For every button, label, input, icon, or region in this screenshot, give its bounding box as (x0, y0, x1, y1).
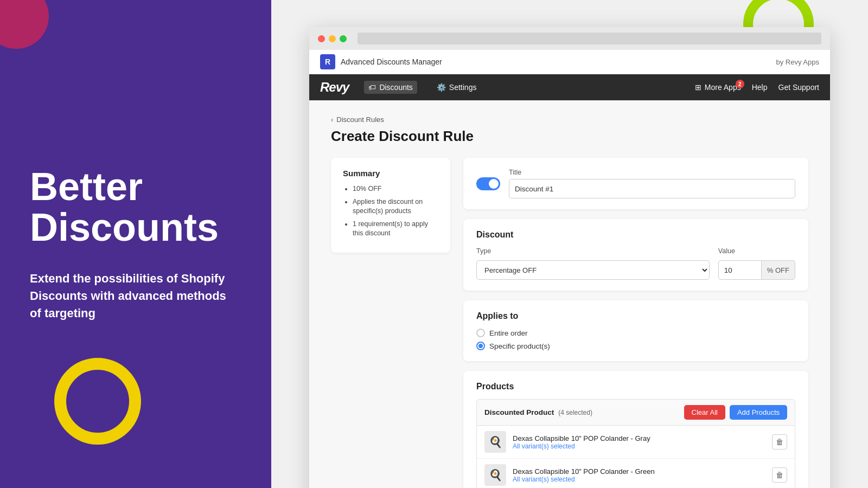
nav-item-discounts[interactable]: 🏷 Discounts (364, 81, 417, 94)
nav-bar-right: ⊞ More Apps 2 Help Get Support (695, 83, 819, 92)
by-revy-text: by Revy Apps (776, 58, 820, 66)
decorative-circle-yellow (54, 358, 141, 445)
nav-bar-left: Revy 🏷 Discounts ⚙️ Settings (320, 80, 481, 95)
toggle-knob (489, 179, 499, 189)
discount-card: Discount Type Percentage OFF Value (463, 219, 808, 291)
applies-to-title: Applies to (476, 311, 795, 321)
type-label: Type (476, 247, 710, 255)
hero-title: Better Discounts (30, 166, 241, 248)
more-apps-badge: 2 (736, 80, 744, 88)
value-label: Value (718, 247, 795, 255)
products-actions: Clear All Add Products (684, 405, 787, 420)
type-field: Type Percentage OFF (476, 247, 710, 280)
left-panel: Better Discounts Extend the possibilitie… (0, 0, 271, 488)
gear-icon: ⚙️ (437, 83, 446, 92)
type-select[interactable]: Percentage OFF (476, 260, 710, 280)
summary-title: Summary (343, 169, 438, 178)
radio-circle-entire (476, 329, 485, 337)
product-delete-1[interactable]: 🗑 (772, 434, 787, 450)
discount-section-title: Discount (476, 230, 795, 240)
breadcrumb: ‹ Discount Rules (331, 115, 808, 124)
title-label: Title (509, 169, 795, 176)
title-card: Title (463, 158, 808, 209)
discount-fields-row: Type Percentage OFF Value % OFF (476, 247, 795, 280)
help-link[interactable]: Help (752, 83, 768, 92)
discounts-label: Discounts (379, 83, 412, 92)
summary-item-2: Applies the discount on specific(s) prod… (353, 197, 438, 216)
decorative-circle-pink (0, 0, 49, 49)
browser-chrome (309, 27, 830, 50)
nav-item-settings[interactable]: ⚙️ Settings (432, 81, 481, 94)
more-apps-button[interactable]: ⊞ More Apps 2 (695, 83, 741, 92)
settings-label: Settings (449, 83, 477, 92)
breadcrumb-link[interactable]: Discount Rules (336, 115, 384, 124)
title-row: Title (476, 169, 795, 198)
value-row: % OFF (718, 260, 795, 280)
value-field: Value % OFF (718, 247, 795, 280)
grid-icon: ⊞ (695, 83, 701, 92)
product-thumb-1: 🍳 (484, 431, 506, 453)
two-column-layout: Summary 10% OFF Applies the discount on … (331, 158, 808, 488)
tag-icon: 🏷 (368, 83, 376, 92)
dot-green-chrome[interactable] (340, 35, 347, 42)
address-bar[interactable] (358, 33, 821, 44)
enabled-toggle[interactable] (476, 177, 500, 190)
form-area: Title Discount Type Percentage (463, 158, 808, 488)
app-top-bar: R Advanced Discounts Manager by Revy App… (309, 50, 830, 74)
product-row: 🍳 Dexas Collapsible 10" POP Colander - G… (477, 459, 795, 488)
page-title: Create Discount Rule (331, 128, 808, 145)
product-list: 🍳 Dexas Collapsible 10" POP Colander - G… (476, 426, 795, 488)
product-info-1: Dexas Collapsible 10" POP Colander - Gra… (513, 434, 765, 450)
products-header-bar: Discounted Product (4 selected) Clear Al… (476, 399, 795, 426)
radio-circle-specific (476, 342, 485, 350)
add-products-button[interactable]: Add Products (730, 405, 787, 420)
nav-logo: Revy (320, 80, 349, 95)
radio-specific-products[interactable]: Specific product(s) (476, 342, 795, 350)
support-link[interactable]: Get Support (778, 83, 820, 92)
dot-red[interactable] (318, 35, 325, 42)
product-name-1: Dexas Collapsible 10" POP Colander - Gra… (513, 434, 765, 442)
specific-products-label: Specific product(s) (489, 342, 550, 350)
hero-subtitle: Extend the possibilities of Shopify Disc… (30, 270, 236, 322)
main-content: ‹ Discount Rules Create Discount Rule Su… (309, 100, 830, 488)
summary-card: Summary 10% OFF Applies the discount on … (331, 158, 450, 253)
summary-item-1: 10% OFF (353, 184, 438, 194)
product-thumb-2: 🍳 (484, 464, 506, 486)
clear-all-button[interactable]: Clear All (684, 405, 725, 420)
products-card: Products Discounted Product (4 selected)… (463, 371, 808, 488)
dot-yellow[interactable] (329, 35, 336, 42)
browser-window: R Advanced Discounts Manager by Revy App… (309, 27, 830, 488)
app-icon: R (320, 54, 335, 69)
entire-order-label: Entire order (489, 329, 528, 337)
nav-bar: Revy 🏷 Discounts ⚙️ Settings ⊞ More Apps… (309, 74, 830, 100)
chevron-left-icon: ‹ (331, 115, 333, 124)
browser-dots (318, 35, 347, 42)
product-row: 🍳 Dexas Collapsible 10" POP Colander - G… (477, 426, 795, 459)
right-panel: R Advanced Discounts Manager by Revy App… (271, 0, 868, 488)
value-input[interactable] (718, 260, 762, 280)
app-top-bar-left: R Advanced Discounts Manager (320, 54, 442, 69)
value-suffix: % OFF (762, 260, 795, 280)
discounted-product-text: Discounted Product (484, 408, 554, 416)
title-input[interactable] (509, 179, 795, 198)
applies-to-card: Applies to Entire order Specific product… (463, 300, 808, 361)
product-variant-1: All variant(s) selected (513, 442, 765, 450)
radio-entire-order[interactable]: Entire order (476, 329, 795, 337)
product-variant-2: All variant(s) selected (513, 476, 765, 483)
title-field-wrap: Title (509, 169, 795, 198)
discounted-product-label: Discounted Product (4 selected) (484, 408, 592, 416)
product-info-2: Dexas Collapsible 10" POP Colander - Gre… (513, 467, 765, 483)
app-name: Advanced Discounts Manager (341, 57, 442, 66)
summary-item-3: 1 requirement(s) to apply this discount (353, 220, 438, 239)
summary-list: 10% OFF Applies the discount on specific… (343, 184, 438, 239)
selected-count: (4 selected) (558, 409, 592, 416)
product-name-2: Dexas Collapsible 10" POP Colander - Gre… (513, 467, 765, 476)
product-delete-2[interactable]: 🗑 (772, 467, 787, 483)
applies-to-radio-group: Entire order Specific product(s) (476, 329, 795, 350)
products-section-title: Products (476, 382, 795, 391)
